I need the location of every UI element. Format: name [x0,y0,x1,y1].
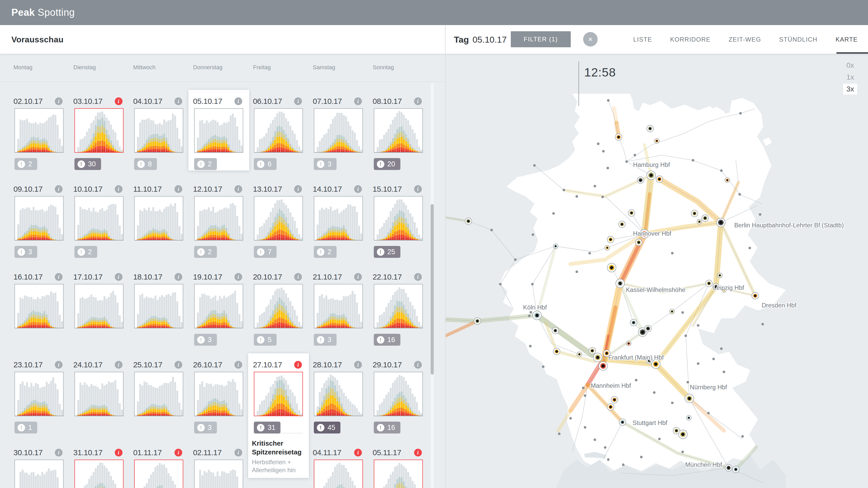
clock-time: 12:58 [584,65,616,79]
station-node[interactable] [656,176,663,183]
info-icon[interactable]: i [414,97,422,105]
info-icon[interactable]: i [175,361,182,369]
station-node[interactable] [465,218,472,225]
station-node[interactable] [733,466,739,473]
critical-info-icon[interactable]: i [175,449,182,456]
station-node[interactable] [717,273,722,278]
station-node[interactable] [599,362,608,370]
critical-info-icon[interactable]: i [115,449,123,456]
station-node[interactable] [716,218,725,227]
station-node[interactable] [611,396,618,403]
station-node[interactable] [645,325,651,332]
station-node[interactable] [628,209,635,216]
info-icon[interactable]: i [235,361,242,369]
info-icon[interactable]: i [235,449,242,456]
station-node[interactable] [607,236,614,243]
station-node[interactable] [686,415,691,420]
tab-zeit-weg[interactable]: ZEIT-WEG [729,36,761,43]
speed-0x[interactable]: 0x [843,60,857,71]
station-node[interactable] [619,419,626,425]
calendar-scrollbar-thumb[interactable] [431,204,434,375]
station-node[interactable] [637,177,644,184]
day-date: 28.10.17 [313,360,342,369]
station-node[interactable] [685,394,694,403]
station-node[interactable] [670,309,674,314]
info-icon[interactable]: i [354,185,362,193]
info-icon[interactable]: i [55,361,63,369]
station-node[interactable] [589,348,595,354]
info-icon[interactable]: i [414,361,422,369]
info-icon[interactable]: i [115,273,123,281]
mini-load-chart [135,460,183,488]
info-icon[interactable]: i [55,185,63,193]
station-node[interactable] [616,279,624,288]
critical-info-icon[interactable]: i [115,97,123,105]
critical-info-icon[interactable]: i [414,449,422,456]
filter-button[interactable]: FILTER (1) [511,31,571,47]
station-node[interactable] [577,352,582,357]
junction-dot [597,142,599,145]
info-icon[interactable]: i [115,185,123,193]
city-label-frankfurt-main-hbf: Frankfurt (Main) Hbf [608,354,664,361]
station-node[interactable] [607,263,616,272]
tab-liste[interactable]: LISTE [633,36,652,43]
info-icon[interactable]: i [55,449,63,456]
weekday-donnerstag: Donnerstag [193,64,222,71]
station-node[interactable] [647,171,655,180]
station-node[interactable] [706,280,712,287]
tab-korridore[interactable]: KORRIDORE [670,36,711,43]
city-label-kassel-wilhelmsh-he: Kassel-Wilhelmshöhe [626,286,685,293]
station-node[interactable] [752,292,759,299]
clear-filter-button[interactable]: × [583,32,598,46]
station-node[interactable] [553,244,558,249]
info-icon[interactable]: i [235,185,242,193]
station-node[interactable] [619,221,625,228]
info-icon[interactable]: i [414,273,422,281]
info-icon[interactable]: i [294,185,302,193]
info-icon[interactable]: i [175,185,182,193]
info-icon[interactable]: i [354,361,362,369]
station-node[interactable] [654,138,659,143]
station-node[interactable] [673,427,680,434]
info-icon[interactable]: i [175,97,182,105]
info-icon[interactable]: i [235,97,242,105]
station-node[interactable] [725,178,730,183]
info-icon[interactable]: i [294,97,302,105]
station-node[interactable] [647,125,653,132]
station-node[interactable] [605,246,610,250]
info-icon[interactable]: i [414,185,422,193]
station-node[interactable] [615,134,622,140]
info-icon[interactable]: i [354,97,362,105]
city-label-k-ln-hbf: Köln Hbf [523,304,547,311]
station-node[interactable] [702,215,709,221]
junction-dot [681,451,684,453]
info-icon[interactable]: i [294,273,302,281]
tab-karte[interactable]: KARTE [835,36,858,43]
info-icon[interactable]: i [235,273,242,281]
info-icon[interactable]: i [175,273,182,281]
station-node[interactable] [691,210,698,217]
day-date: 08.10.17 [373,97,402,106]
station-node[interactable] [607,403,614,410]
info-icon[interactable]: i [55,97,63,105]
station-node[interactable] [593,353,602,362]
critical-info-icon[interactable]: i [354,449,362,456]
station-node[interactable] [533,311,541,320]
calendar-scrollbar[interactable] [431,83,434,488]
station-node[interactable] [626,341,631,346]
tab-stündlich[interactable]: STÜNDLICH [779,36,817,43]
speed-3x[interactable]: 3x [843,84,857,95]
station-node[interactable] [552,327,559,334]
info-icon[interactable]: i [354,273,362,281]
station-node[interactable] [725,464,732,471]
station-node[interactable] [697,219,702,224]
station-node[interactable] [553,348,560,355]
info-icon[interactable]: i [115,361,123,369]
conflict-badge: !30 [74,158,101,170]
speed-1x[interactable]: 1x [843,72,857,83]
info-icon[interactable]: i [55,273,63,281]
station-node[interactable] [636,239,642,246]
station-node[interactable] [630,319,637,326]
junction-dot [759,213,762,216]
station-node[interactable] [474,318,481,324]
